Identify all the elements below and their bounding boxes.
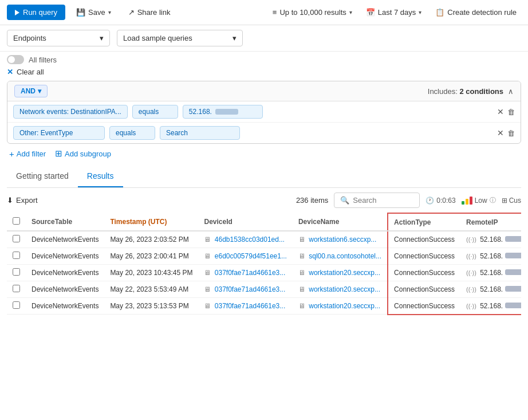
row-checkbox-cell[interactable] (7, 231, 26, 248)
device-name-link[interactable]: workstation6.seccxp... (309, 235, 376, 244)
row-checkbox-cell[interactable] (7, 265, 26, 281)
col-header-device-name: DeviceName (293, 213, 388, 231)
col-header-remote-ip: RemoteIP (460, 213, 521, 231)
condition-op-label-2: equals (116, 129, 136, 137)
wifi-icon: ((·)) (466, 236, 476, 243)
row-remote-ip: ((·)) 52.168. (460, 231, 521, 248)
create-detection-rule-button[interactable]: 📋 Create detection rule (431, 5, 521, 19)
results-table-wrapper: SourceTable Timestamp (UTC) DeviceId Dev… (7, 213, 521, 315)
device-name-link[interactable]: sql00.na.contosohotel... (309, 252, 381, 260)
row-checkbox[interactable] (13, 268, 20, 276)
sample-queries-dropdown[interactable]: Load sample queries ▾ (117, 30, 243, 46)
row-checkbox[interactable] (13, 252, 20, 259)
clear-all-button[interactable]: ✕ Clear all (7, 68, 44, 76)
add-filter-label: Add filter (17, 150, 46, 158)
row-timestamp: May 26, 2023 2:00:41 PM (104, 248, 198, 265)
condition-delete-2[interactable]: 🗑 (507, 129, 515, 138)
clear-x-icon: ✕ (7, 68, 13, 76)
results-search-box[interactable]: 🔍 (334, 193, 420, 208)
customize-icon: ⊞ (502, 197, 507, 205)
row-checkbox-cell[interactable] (7, 281, 26, 298)
condition-op-label-1: equals (139, 108, 159, 116)
main-toolbar: Run query 💾 Save ▾ ↗ Share link ≡ Up to … (0, 0, 528, 25)
share-icon: ↗ (128, 8, 135, 17)
device-name-link[interactable]: workstation20.seccxp... (309, 269, 380, 277)
row-checkbox-cell[interactable] (7, 298, 26, 315)
share-link-button[interactable]: ↗ Share link (122, 5, 177, 20)
monitor-icon: 🖥 (204, 252, 211, 260)
tab-results[interactable]: Results (78, 166, 123, 187)
collapse-conditions-icon[interactable]: ∧ (508, 87, 514, 96)
device-id-link[interactable]: 46db1538cc03d01ed... (215, 235, 285, 244)
row-checkbox-cell[interactable] (7, 248, 26, 265)
results-limit-button[interactable]: ≡ Up to 10,000 results ▾ (268, 5, 357, 19)
row-device-id: 🖥 037f0fae71ad4661e3... (198, 298, 292, 315)
timer-badge: 🕐 0:0:63 (425, 197, 455, 205)
condition-val-1[interactable]: 52.168. (183, 105, 263, 119)
device-id-link[interactable]: 037f0fae71ad4661e3... (215, 269, 285, 277)
results-search-input[interactable] (353, 196, 413, 205)
row-device-id: 🖥 037f0fae71ad4661e3... (198, 265, 292, 281)
add-filter-button[interactable]: + Add filter (9, 149, 46, 159)
run-query-button[interactable]: Run query (7, 5, 65, 20)
and-badge-button[interactable]: AND ▾ (14, 85, 48, 97)
row-device-id: 🖥 037f0fae71ad4661e3... (198, 281, 292, 298)
condition-row-2: Other: EventType equals Search ✕ 🗑 (7, 123, 521, 143)
col-header-device-id: DeviceId (198, 213, 292, 231)
includes-label: Includes: 2 conditions (428, 87, 503, 96)
device-name-link[interactable]: workstation20.seccxp... (309, 302, 380, 310)
and-chevron-icon: ▾ (38, 87, 41, 95)
blurred-ip-value (505, 236, 521, 242)
results-table: SourceTable Timestamp (UTC) DeviceId Dev… (7, 213, 521, 315)
row-source-table: DeviceNetworkEvents (26, 265, 104, 281)
row-checkbox[interactable] (13, 285, 20, 292)
row-timestamp: May 26, 2023 2:03:52 PM (104, 231, 198, 248)
save-button[interactable]: 💾 Save ▾ (70, 5, 117, 20)
export-button[interactable]: ⬇ Export (7, 196, 38, 205)
severity-bars (462, 197, 472, 205)
condition-panel: AND ▾ Includes: 2 conditions ∧ Network e… (7, 81, 521, 144)
condition-val-label-1: 52.168. (189, 108, 212, 116)
add-subgroup-button[interactable]: ⊞ Add subgroup (55, 148, 111, 159)
tab-getting-started[interactable]: Getting started (7, 166, 78, 187)
customize-columns-button[interactable]: ⊞ Cus (502, 197, 521, 205)
save-label: Save (88, 8, 105, 17)
bar-high (470, 197, 472, 205)
select-all-header[interactable] (7, 213, 26, 231)
time-range-button[interactable]: 📅 Last 7 days ▾ (361, 5, 427, 19)
condition-val-2[interactable]: Search (160, 126, 240, 140)
device-id-link[interactable]: 037f0fae71ad4661e3... (215, 302, 285, 310)
condition-row-1: Network events: DestinationIPA... equals… (7, 101, 521, 123)
condition-clear-1[interactable]: ✕ (497, 107, 504, 116)
device-id-link[interactable]: 037f0fae71ad4661e3... (215, 285, 285, 293)
add-subgroup-label: Add subgroup (65, 150, 111, 158)
condition-clear-2[interactable]: ✕ (497, 128, 504, 138)
device-name-link[interactable]: workstation20.seccxp... (309, 285, 380, 293)
condition-field-2[interactable]: Other: EventType (13, 126, 105, 140)
condition-field-1[interactable]: Network events: DestinationIPA... (13, 105, 128, 119)
row-source-table: DeviceNetworkEvents (26, 281, 104, 298)
all-filters-toggle[interactable] (7, 55, 24, 64)
row-checkbox[interactable] (13, 235, 20, 242)
export-icon: ⬇ (7, 196, 13, 205)
monitor-icon: 🖥 (204, 302, 211, 310)
endpoints-chevron-icon: ▾ (100, 34, 104, 42)
results-limit-label: Up to 10,000 results (279, 8, 346, 17)
row-device-name: 🖥 workstation20.seccxp... (293, 298, 388, 315)
row-device-id: 🖥 e6d0c00579d4f51ee1... (198, 248, 292, 265)
device-id-link[interactable]: e6d0c00579d4f51ee1... (215, 252, 287, 260)
row-device-name: 🖥 workstation6.seccxp... (293, 231, 388, 248)
blurred-ip-1 (215, 109, 238, 115)
condition-op-1[interactable]: equals (132, 105, 178, 119)
select-all-checkbox[interactable] (13, 217, 20, 225)
monitor-icon: 🖥 (204, 269, 211, 277)
condition-field-label-1: Network events: DestinationIPA... (19, 108, 121, 116)
condition-delete-1[interactable]: 🗑 (507, 108, 515, 116)
row-remote-ip: ((·)) 52.168. (460, 281, 521, 298)
endpoints-dropdown[interactable]: Endpoints ▾ (7, 30, 110, 46)
clock-icon: 🕐 (425, 197, 434, 205)
condition-op-2[interactable]: equals (109, 126, 155, 140)
bar-med (466, 199, 468, 205)
row-checkbox[interactable] (13, 301, 20, 309)
condition-val-label-2: Search (166, 129, 188, 137)
